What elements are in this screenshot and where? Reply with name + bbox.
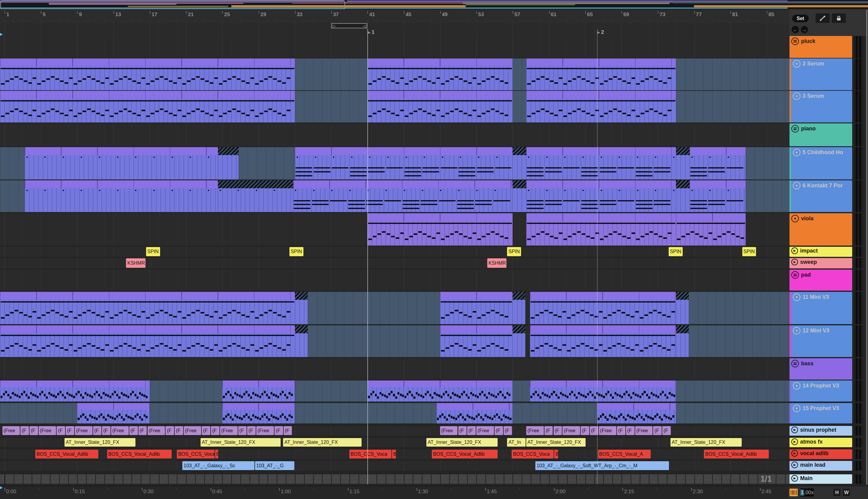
clip-title-bar[interactable] — [0, 325, 295, 333]
clip--free[interactable]: (Free — [599, 426, 617, 435]
empty-clip[interactable] — [308, 325, 440, 357]
vertical-scrollbar[interactable] — [866, 10, 867, 485]
track-header-3-serum[interactable]: ▼3 Serum — [790, 91, 852, 122]
clip-body[interactable] — [77, 410, 149, 424]
midi-clip[interactable] — [25, 147, 218, 180]
clip--free[interactable]: (Free — [2, 426, 20, 435]
clip-body[interactable] — [597, 410, 676, 424]
track-header-15-prophet-v3[interactable]: ▼15 Prophet V3 — [790, 403, 852, 424]
midi-clip[interactable] — [676, 180, 690, 212]
arrangement-lane-6-kontakt-7-por[interactable] — [0, 180, 790, 212]
midi-clip[interactable] — [526, 213, 676, 245]
clip--free[interactable]: (Free — [75, 426, 92, 435]
track-header-bass[interactable]: bass — [790, 358, 852, 380]
clip-title-bar[interactable] — [367, 59, 513, 66]
clip--f[interactable]: (F — [66, 426, 74, 435]
clip-title-bar[interactable] — [526, 213, 676, 221]
clip--f[interactable]: (F — [275, 426, 283, 435]
clip-body[interactable] — [513, 188, 526, 212]
empty-clip[interactable] — [676, 59, 790, 90]
group-icon[interactable] — [791, 360, 799, 367]
play-icon[interactable]: ▶ — [791, 426, 798, 433]
clip--f[interactable]: (F — [102, 426, 111, 435]
clip-body[interactable] — [0, 300, 295, 324]
empty-clip[interactable] — [0, 147, 24, 180]
time-ruler[interactable]: 0:000:150:300:451:001:151:301:452:002:15… — [0, 486, 788, 499]
clip-title-bar[interactable] — [676, 325, 689, 333]
midi-clip[interactable] — [367, 380, 513, 402]
clip-b[interactable]: B — [554, 450, 558, 459]
clip--f[interactable]: (F — [653, 426, 662, 435]
arrangement-lane-11-mini-v3[interactable] — [0, 292, 790, 324]
clip-body[interactable] — [293, 188, 513, 212]
clip-body[interactable] — [367, 66, 513, 90]
clip-body[interactable] — [218, 155, 239, 180]
empty-clip[interactable] — [746, 147, 790, 180]
clip-at-inner-state-120-fx[interactable]: AT_Inner_State_120_FX — [201, 438, 281, 447]
empty-clip[interactable] — [150, 380, 222, 402]
clip-body[interactable] — [437, 410, 513, 424]
midi-clip[interactable] — [676, 325, 689, 357]
midi-clip[interactable] — [530, 292, 676, 324]
clip-body[interactable] — [513, 333, 525, 357]
clip-body[interactable] — [295, 155, 513, 180]
track-header-vocal-adlib[interactable]: ▶vocal adlib — [790, 449, 852, 459]
empty-clip[interactable] — [689, 325, 790, 357]
track-header-impact[interactable]: ▶impact — [790, 247, 852, 257]
midi-clip[interactable] — [440, 325, 513, 357]
clip--f[interactable]: (F — [29, 426, 38, 435]
clip-title-bar[interactable] — [676, 147, 690, 155]
empty-clip[interactable] — [295, 59, 367, 90]
clip-title-bar[interactable] — [0, 292, 295, 300]
fold-icon[interactable]: ▼ — [793, 382, 801, 390]
midi-clip[interactable] — [676, 292, 689, 324]
clip--f[interactable]: (F — [467, 426, 476, 435]
midi-clip[interactable] — [437, 403, 513, 424]
clip-bos-ccs-vocal-adlib[interactable]: BOS_CCS_Vocal_Adlib — [107, 450, 172, 459]
clip-body[interactable] — [222, 410, 294, 424]
clip--f[interactable]: (F — [617, 426, 626, 435]
arrangement-lane-pad[interactable] — [0, 270, 790, 291]
midi-clip[interactable] — [222, 380, 294, 402]
clip-title-bar[interactable] — [77, 403, 149, 410]
arrangement-lane-piano[interactable] — [0, 123, 790, 146]
midi-clip[interactable] — [218, 180, 293, 212]
clip-at-inner-state-120-fx[interactable]: AT_Inner_State_120_FX — [283, 438, 361, 447]
clip-title-bar[interactable] — [676, 213, 746, 221]
midi-clip[interactable] — [218, 147, 239, 180]
clip-spin[interactable]: SPIN — [289, 247, 303, 256]
locator-1[interactable]: ▸1 — [368, 29, 374, 36]
clip--f[interactable]: (F — [284, 426, 292, 435]
midi-clip[interactable] — [513, 147, 526, 180]
clip-body[interactable] — [218, 188, 293, 212]
clip-title-bar[interactable] — [367, 380, 513, 387]
clip-body[interactable] — [0, 387, 150, 402]
play-icon[interactable]: ▶ — [791, 450, 798, 457]
arrangement-lane-main[interactable]: 1/1 — [0, 474, 790, 484]
track-header-main[interactable]: ▶Main — [790, 474, 852, 484]
clip-title-bar[interactable] — [526, 59, 676, 66]
empty-clip[interactable] — [295, 91, 367, 122]
clip--f[interactable]: (F — [138, 426, 147, 435]
clip-title-bar[interactable] — [530, 380, 676, 387]
clip-103-at-galaxy-soft-wt-arp-cm-m[interactable]: 103_AT_-_Galaxy_-_Soft_WT_Arp_-_Cm_-_M — [535, 461, 669, 470]
fold-icon[interactable]: ▼ — [791, 215, 799, 222]
clip-title-bar[interactable] — [295, 292, 308, 300]
fold-icon[interactable]: ▼ — [793, 327, 801, 334]
clip-body[interactable] — [676, 188, 690, 212]
midi-clip[interactable] — [0, 91, 295, 122]
clip-body[interactable] — [526, 66, 676, 90]
track-header-viola[interactable]: ▼viola — [790, 213, 852, 245]
arrangement-overview[interactable] — [0, 0, 868, 10]
set-button[interactable]: Set — [792, 15, 809, 22]
clip-title-bar[interactable] — [597, 403, 676, 410]
arrangement-lane-pluck[interactable] — [0, 36, 790, 58]
arrangement-lane-3-serum[interactable] — [0, 91, 790, 122]
clip-spin[interactable]: SPIN — [507, 247, 521, 256]
midi-clip[interactable] — [77, 403, 149, 424]
arrangement-lane-15-prophet-v3[interactable] — [0, 403, 790, 424]
clip-kshmr[interactable]: KSHMR — [487, 258, 507, 268]
clip--f[interactable]: (F — [544, 426, 553, 435]
clip-body[interactable] — [530, 387, 676, 402]
fold-icon[interactable]: ▼ — [793, 92, 801, 100]
